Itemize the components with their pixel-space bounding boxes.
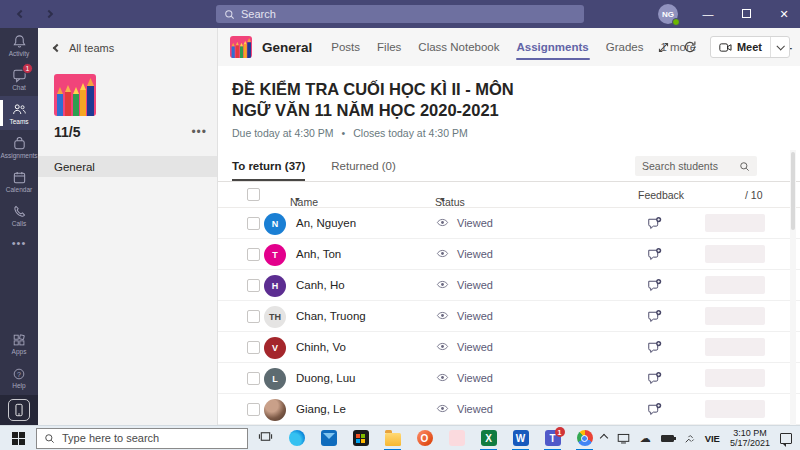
cloud-icon[interactable]: ☁ bbox=[640, 433, 651, 444]
taskbar-teams-button[interactable]: T1 bbox=[543, 426, 562, 450]
task-view-button[interactable] bbox=[258, 429, 273, 448]
taskbar-mail-button[interactable] bbox=[319, 426, 338, 450]
grade-input[interactable] bbox=[705, 338, 765, 356]
taskbar-file-explorer-button[interactable] bbox=[383, 426, 402, 450]
taskbar-edge-button[interactable] bbox=[287, 426, 306, 450]
cast-icon[interactable] bbox=[617, 433, 630, 444]
scrollbar-thumb[interactable] bbox=[791, 152, 795, 230]
tab-to-return[interactable]: To return (37) bbox=[232, 151, 305, 181]
table-row[interactable]: L Duong, Luu Viewed bbox=[218, 363, 800, 394]
language-indicator[interactable]: VIE bbox=[705, 433, 720, 444]
student-name[interactable]: Canh, Ho bbox=[296, 279, 345, 291]
sidebar-item-help[interactable]: ? Help bbox=[0, 361, 38, 395]
row-checkbox[interactable] bbox=[247, 403, 260, 416]
sidebar-item-assignments[interactable]: Assignments bbox=[0, 130, 38, 164]
comment-add-icon[interactable] bbox=[647, 247, 662, 266]
row-checkbox[interactable] bbox=[247, 341, 260, 354]
sidebar-item-chat[interactable]: 1 Chat bbox=[0, 62, 38, 96]
assignments-icon bbox=[12, 136, 27, 151]
table-row[interactable]: TH Chan, Truong Viewed bbox=[218, 301, 800, 332]
student-name[interactable]: Anh, Ton bbox=[296, 248, 341, 260]
refresh-icon[interactable] bbox=[683, 40, 697, 54]
comment-add-icon[interactable] bbox=[647, 216, 662, 235]
sidebar-item-calls[interactable]: Calls bbox=[0, 198, 38, 232]
meet-button[interactable]: Meet bbox=[710, 36, 790, 58]
table-row[interactable]: H Canh, Ho Viewed bbox=[218, 270, 800, 301]
avatar[interactable]: NG bbox=[658, 4, 678, 24]
mobile-device-icon bbox=[14, 403, 24, 417]
sidebar-item-teams[interactable]: Teams bbox=[0, 96, 38, 130]
taskbar-office-button[interactable]: O bbox=[415, 426, 434, 450]
team-picture[interactable] bbox=[54, 74, 96, 116]
row-checkbox[interactable] bbox=[247, 248, 260, 261]
maximize-button[interactable] bbox=[738, 8, 754, 20]
student-name[interactable]: Chinh, Vo bbox=[296, 341, 346, 353]
grade-input[interactable] bbox=[705, 276, 765, 294]
comment-add-icon[interactable] bbox=[647, 278, 662, 297]
select-all-checkbox[interactable] bbox=[247, 188, 260, 201]
row-checkbox[interactable] bbox=[247, 217, 260, 230]
channel-item-general[interactable]: General bbox=[38, 156, 217, 177]
all-teams-back[interactable]: All teams bbox=[38, 28, 217, 54]
grade-input[interactable] bbox=[705, 214, 765, 232]
tab-grades[interactable]: Grades bbox=[605, 31, 645, 63]
taskbar-word-button[interactable]: W bbox=[511, 426, 530, 450]
taskbar-chrome-button[interactable] bbox=[575, 426, 594, 450]
eye-icon bbox=[436, 247, 449, 260]
row-checkbox[interactable] bbox=[247, 372, 260, 385]
sidebar-item-apps[interactable]: Apps bbox=[0, 327, 38, 361]
row-checkbox[interactable] bbox=[247, 279, 260, 292]
rail-more-button[interactable]: ••• bbox=[0, 232, 38, 254]
student-name[interactable]: Giang, Le bbox=[296, 403, 346, 415]
scrollbar[interactable] bbox=[790, 150, 796, 425]
clock[interactable]: 3:10 PM 5/17/2021 bbox=[730, 428, 770, 448]
tab-class-notebook[interactable]: Class Notebook bbox=[417, 31, 500, 63]
assignment-header: ĐỀ KIỂM TRA CUỐI HỌC KÌ II - MÔN NGỮ VĂN… bbox=[218, 66, 800, 139]
mobile-device-button[interactable] bbox=[0, 395, 38, 425]
tab-posts[interactable]: Posts bbox=[330, 31, 361, 63]
global-search-input[interactable]: Search bbox=[216, 5, 584, 23]
start-button[interactable] bbox=[0, 426, 36, 450]
tab-assignments[interactable]: Assignments bbox=[516, 31, 590, 63]
comment-add-icon[interactable] bbox=[647, 340, 662, 359]
table-row[interactable]: Giang, Le Viewed bbox=[218, 394, 800, 425]
battery-icon[interactable] bbox=[661, 435, 674, 442]
team-options-button[interactable]: ••• bbox=[191, 125, 207, 139]
table-row[interactable]: N An, Nguyen Viewed bbox=[218, 208, 800, 239]
grade-input[interactable] bbox=[705, 400, 765, 418]
column-feedback: Feedback bbox=[638, 189, 684, 201]
expand-icon[interactable] bbox=[657, 41, 670, 54]
student-name[interactable]: An, Nguyen bbox=[296, 217, 356, 229]
taskbar-store-button[interactable] bbox=[351, 426, 370, 450]
grade-input[interactable] bbox=[705, 245, 765, 263]
taskbar-search-input[interactable]: Type here to search bbox=[36, 428, 248, 449]
plug-icon[interactable] bbox=[684, 433, 695, 444]
student-name[interactable]: Duong, Luu bbox=[296, 372, 355, 384]
grade-input[interactable] bbox=[705, 369, 765, 387]
grade-input[interactable] bbox=[705, 307, 765, 325]
comment-add-icon[interactable] bbox=[647, 402, 662, 421]
taskbar-pink-grid-app-button[interactable] bbox=[447, 426, 466, 450]
sidebar-item-calendar[interactable]: Calendar bbox=[0, 164, 38, 198]
table-row[interactable]: V Chinh, Vo Viewed bbox=[218, 332, 800, 363]
action-center-icon[interactable] bbox=[780, 433, 792, 444]
table-row[interactable]: T Anh, Ton Viewed bbox=[218, 239, 800, 270]
student-name[interactable]: Chan, Truong bbox=[296, 310, 366, 322]
tab-returned[interactable]: Returned (0) bbox=[331, 151, 396, 181]
row-checkbox[interactable] bbox=[247, 310, 260, 323]
help-icon: ? bbox=[12, 367, 26, 381]
minimize-button[interactable]: — bbox=[700, 8, 716, 20]
team-name[interactable]: 11/5 bbox=[54, 124, 80, 140]
close-button[interactable]: ✕ bbox=[776, 8, 792, 21]
sidebar-item-activity[interactable]: Activity bbox=[0, 28, 38, 62]
status-viewed: Viewed bbox=[436, 278, 493, 291]
tab-files[interactable]: Files bbox=[376, 31, 402, 63]
back-icon[interactable] bbox=[17, 10, 25, 18]
forward-icon[interactable] bbox=[45, 10, 53, 18]
meet-dropdown[interactable] bbox=[770, 37, 789, 57]
taskbar-excel-button[interactable]: X bbox=[479, 426, 498, 450]
comment-add-icon[interactable] bbox=[647, 309, 662, 328]
comment-add-icon[interactable] bbox=[647, 371, 662, 390]
search-students-input[interactable]: Search students bbox=[635, 156, 757, 176]
tray-chevron-icon[interactable] bbox=[599, 434, 607, 442]
